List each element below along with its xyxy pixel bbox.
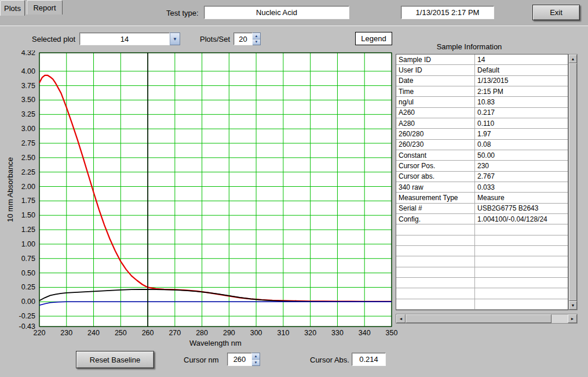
table-row[interactable] [396, 278, 568, 288]
x-tick-label: 300 [250, 329, 262, 337]
y-tick-label: 1.75 [21, 197, 35, 205]
table-row[interactable] [396, 224, 568, 235]
table-cell-label: User ID [396, 65, 475, 75]
table-row[interactable]: Sample ID14 [396, 55, 568, 65]
plots-per-set-spinner[interactable]: 20 ▲ ▼ [233, 32, 261, 45]
scroll-up-icon[interactable]: ▲ [569, 55, 577, 63]
horizontal-scrollbar-thumb[interactable] [406, 314, 552, 323]
table-cell-value [475, 235, 568, 245]
table-cell-label [396, 246, 475, 256]
table-cell-label: Sample ID [396, 55, 475, 64]
table-cell-value: USB2G6775 B2643 [475, 204, 568, 213]
table-cell-label: A260 [396, 108, 475, 118]
chevron-down-icon[interactable]: ▼ [170, 32, 180, 45]
table-row[interactable]: A2800.110 [396, 118, 568, 129]
tab-plots[interactable]: Plots [0, 0, 25, 16]
x-tick-label: 270 [169, 329, 181, 337]
spin-up-icon[interactable]: ▲ [253, 33, 260, 39]
legend-button-label: Legend [361, 34, 386, 43]
tab-report[interactable]: Report [27, 0, 63, 14]
table-cell-value: Default [475, 65, 568, 75]
spin-down-icon[interactable]: ▼ [253, 39, 260, 45]
table-row[interactable]: Measurement TypeMeasure [396, 193, 568, 203]
reset-baseline-button[interactable]: Reset Baseline [76, 351, 154, 368]
tab-plots-label: Plots [4, 4, 21, 13]
table-row[interactable]: ng/ul10.83 [396, 97, 568, 107]
table-row[interactable]: 260/2300.08 [396, 140, 568, 150]
cursor-nm-value: 260 [227, 353, 252, 366]
x-tick-label: 330 [331, 329, 344, 337]
table-row[interactable]: 340 raw0.033 [396, 182, 568, 193]
table-row[interactable] [396, 235, 568, 246]
table-row[interactable]: 260/2801.97 [396, 129, 568, 139]
exit-button[interactable]: Exit [532, 5, 580, 20]
table-row[interactable]: Cursor abs.2.767 [396, 172, 568, 182]
table-row[interactable]: Serial #USB2G6775 B2643 [396, 204, 568, 214]
table-cell-value [475, 278, 568, 288]
table-cell-value: 1.97 [475, 129, 568, 139]
table-cell-label: Date [396, 76, 475, 86]
table-cell-value [475, 267, 568, 277]
horizontal-scrollbar-track[interactable] [552, 314, 568, 323]
x-tick-label: 290 [223, 329, 235, 337]
selected-plot-label: Selected plot [32, 35, 75, 44]
table-cell-label: Measurement Type [396, 193, 475, 202]
table-row[interactable] [396, 288, 568, 299]
table-cell-value: 14 [475, 55, 568, 64]
cursor-abs-field: 0.214 [352, 353, 386, 366]
scroll-down-icon[interactable]: ▼ [569, 301, 577, 310]
table-cell-value [475, 224, 568, 234]
table-cell-label [396, 288, 475, 298]
scroll-right-icon[interactable]: ► [568, 314, 577, 323]
table-cell-label: ng/ul [396, 97, 475, 107]
table-row[interactable] [396, 246, 568, 256]
scroll-left-icon[interactable]: ◄ [396, 314, 406, 323]
table-cell-label [396, 278, 475, 288]
x-tick-label: 310 [277, 329, 289, 337]
table-row[interactable]: User IDDefault [396, 65, 568, 75]
x-tick-label: 350 [386, 329, 398, 337]
cursor-nm-spinner[interactable]: 260 ▲ ▼ [227, 353, 260, 366]
y-tick-label: 3.75 [21, 82, 35, 90]
table-cell-label: Cursor abs. [396, 172, 475, 182]
y-tick-label: 1.00 [21, 240, 35, 248]
x-tick-label: 260 [142, 329, 154, 337]
y-tick-label: 3.25 [21, 110, 35, 118]
plots-per-set-value: 20 [233, 32, 253, 45]
sample-information-title: Sample Information [382, 42, 556, 51]
cursor-abs-label: Cursor Abs. [310, 356, 349, 364]
table-row[interactable] [396, 256, 568, 267]
table-row[interactable]: Constant50.00 [396, 150, 568, 161]
y-tick-label: 2.50 [21, 154, 35, 162]
table-row[interactable] [396, 299, 568, 310]
table-row[interactable]: Cursor Pos.230 [396, 161, 568, 171]
table-row[interactable]: Time2:15 PM [396, 86, 568, 97]
x-tick-label: 230 [60, 329, 72, 337]
test-type-field[interactable]: Nucleic Acid [204, 6, 349, 19]
table-cell-label: 340 raw [396, 182, 475, 192]
tab-report-label: Report [33, 3, 56, 12]
table-cell-value: 2:15 PM [475, 86, 568, 96]
selected-plot-dropdown[interactable]: 14 ▼ [79, 32, 180, 45]
table-row[interactable]: Config.1.004100/-0.04/128/24 [396, 214, 568, 224]
horizontal-scrollbar[interactable]: ◄ ► [396, 314, 578, 324]
datetime-field: 1/13/2015 2:17 PM [401, 6, 494, 19]
spin-down-icon[interactable]: ▼ [252, 360, 260, 365]
table-cell-label: 260/280 [396, 129, 475, 139]
y-tick-label: 3.00 [21, 125, 35, 133]
table-row[interactable] [396, 267, 568, 278]
table-cell-value: 1/13/2015 [475, 76, 568, 86]
absorbance-chart[interactable]: 4.324.003.753.503.253.002.752.502.252.00… [0, 50, 401, 353]
table-cell-value: 1.004100/-0.04/128/24 [475, 214, 568, 224]
vertical-scrollbar-thumb[interactable] [569, 63, 577, 301]
spin-up-icon[interactable]: ▲ [252, 353, 260, 360]
plots-panel: Selected plot 14 ▼ Plots/Set 20 ▲ ▼ Lege… [0, 26, 588, 377]
x-axis-label: Wavelength nm [189, 339, 242, 347]
table-cell-value: 10.83 [475, 97, 568, 107]
table-row[interactable]: A2600.217 [396, 108, 568, 118]
table-row[interactable]: Date1/13/2015 [396, 76, 568, 86]
table-cell-value [475, 246, 568, 256]
table-cell-label: A280 [396, 118, 475, 128]
vertical-scrollbar[interactable]: ▲ ▼ [568, 54, 578, 310]
table-cell-label: Constant [396, 150, 475, 160]
